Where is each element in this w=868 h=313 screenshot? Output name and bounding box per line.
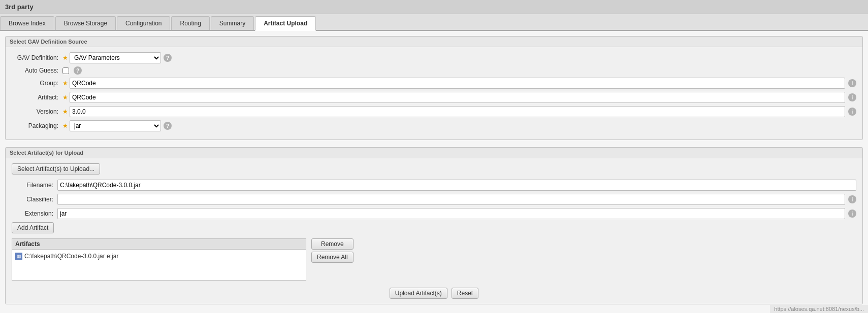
classifier-input-wrap: i [57, 194, 856, 205]
select-artifacts-row: Select Artifact(s) to Upload... [12, 163, 856, 180]
classifier-row: Classifier: i [12, 194, 856, 205]
remove-button[interactable]: Remove [311, 238, 353, 250]
tab-routing[interactable]: Routing [171, 16, 209, 30]
remove-all-button[interactable]: Remove All [311, 252, 353, 263]
group-info-icon[interactable]: i [848, 79, 856, 87]
filename-input-wrap [57, 180, 856, 191]
extension-info-icon[interactable]: i [848, 210, 856, 218]
window-title: 3rd party [0, 0, 868, 14]
extension-input-wrap: i [57, 208, 856, 219]
gav-definition-select[interactable]: GAV Parameters POM File [70, 52, 161, 63]
gav-definition-row: GAV Definition: ★ GAV Parameters POM Fil… [12, 52, 856, 63]
artifacts-list-header: Artifacts [12, 239, 306, 250]
classifier-input[interactable] [57, 194, 845, 205]
artifact-upload-section-body: Select Artifact(s) to Upload... Filename… [6, 158, 862, 304]
gav-required-star: ★ [62, 54, 68, 61]
group-input[interactable] [70, 78, 845, 89]
gav-section: Select GAV Definition Source GAV Definit… [5, 36, 863, 140]
tab-bar: Browse Index Browse Storage Configuratio… [0, 14, 868, 31]
artifact-upload-section: Select Artifact(s) for Upload Select Art… [5, 147, 863, 304]
group-label: Group: [12, 80, 62, 87]
tab-browse-index[interactable]: Browse Index [0, 16, 54, 30]
gav-definition-label: GAV Definition: [12, 54, 62, 61]
add-artifact-button[interactable]: Add Artifact [12, 222, 54, 233]
packaging-label: Packaging: [12, 122, 62, 129]
extension-input[interactable] [57, 208, 845, 219]
select-artifacts-button[interactable]: Select Artifact(s) to Upload... [12, 163, 100, 175]
artifacts-list: Artifacts ▦ C:\fakepath\QRCode-3.0.0.jar… [12, 238, 306, 281]
version-info-icon[interactable]: i [848, 108, 856, 116]
filename-input[interactable] [57, 180, 856, 191]
artifact-required-star: ★ [62, 94, 68, 101]
tab-summary[interactable]: Summary [211, 16, 254, 30]
group-row: Group: ★ i [12, 78, 856, 89]
artifacts-row: Artifacts ▦ C:\fakepath\QRCode-3.0.0.jar… [12, 238, 856, 281]
auto-guess-help-icon[interactable]: ? [74, 66, 82, 75]
auto-guess-row: Auto Guess: ? [12, 66, 856, 75]
auto-guess-label: Auto Guess: [12, 67, 62, 74]
classifier-label: Classifier: [12, 196, 57, 203]
version-label: Version: [12, 108, 62, 115]
packaging-select[interactable]: jar war ear pom tar.gz zip [70, 120, 161, 131]
artifact-info-icon[interactable]: i [848, 93, 856, 101]
gav-definition-help-icon[interactable]: ? [164, 54, 172, 62]
artifact-label: Artifact: [12, 94, 62, 101]
artifacts-list-body: ▦ C:\fakepath\QRCode-3.0.0.jar e:jar [12, 250, 306, 280]
extension-row: Extension: i [12, 208, 856, 219]
version-input[interactable] [70, 106, 845, 117]
reset-button[interactable]: Reset [452, 288, 478, 299]
gav-section-body: GAV Definition: ★ GAV Parameters POM Fil… [6, 47, 862, 140]
filename-label: Filename: [12, 182, 57, 189]
group-required-star: ★ [62, 80, 68, 87]
list-item[interactable]: ▦ C:\fakepath\QRCode-3.0.0.jar e:jar [15, 252, 303, 261]
gav-section-title: Select GAV Definition Source [6, 37, 862, 47]
main-content: Select GAV Definition Source GAV Definit… [0, 31, 868, 313]
packaging-required-star: ★ [62, 122, 68, 129]
version-required-star: ★ [62, 108, 68, 115]
version-row: Version: ★ i [12, 106, 856, 117]
classifier-info-icon[interactable]: i [848, 195, 856, 203]
upload-artifacts-button[interactable]: Upload Artifact(s) [390, 288, 447, 299]
packaging-help-icon[interactable]: ? [164, 122, 172, 130]
tab-configuration[interactable]: Configuration [117, 16, 170, 30]
add-artifact-row: Add Artifact [12, 222, 856, 233]
filename-row: Filename: [12, 180, 856, 191]
artifact-row: Artifact: ★ i [12, 92, 856, 103]
artifact-item-text: C:\fakepath\QRCode-3.0.0.jar e:jar [24, 253, 118, 260]
artifact-file-icon: ▦ [15, 253, 22, 260]
status-bar: https://aloses.qa.net:8081/nexus/b... [770, 305, 868, 313]
tab-browse-storage[interactable]: Browse Storage [55, 16, 116, 30]
artifacts-actions: Remove Remove All [311, 238, 353, 281]
auto-guess-checkbox[interactable] [62, 67, 69, 74]
artifact-upload-section-title: Select Artifact(s) for Upload [6, 148, 862, 158]
artifact-input[interactable] [70, 92, 845, 103]
upload-reset-row: Upload Artifact(s) Reset [12, 288, 856, 299]
packaging-row: Packaging: ★ jar war ear pom tar.gz zip … [12, 120, 856, 131]
tab-artifact-upload[interactable]: Artifact Upload [255, 16, 316, 31]
extension-label: Extension: [12, 210, 57, 217]
